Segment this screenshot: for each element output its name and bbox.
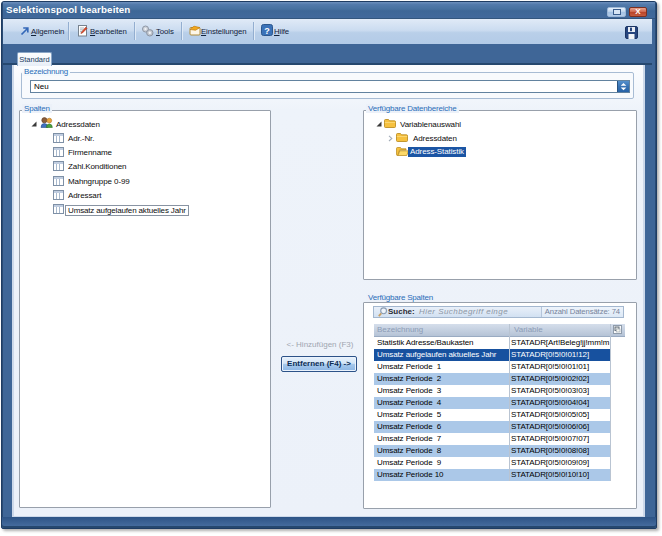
svg-text:?: ? xyxy=(264,26,270,36)
